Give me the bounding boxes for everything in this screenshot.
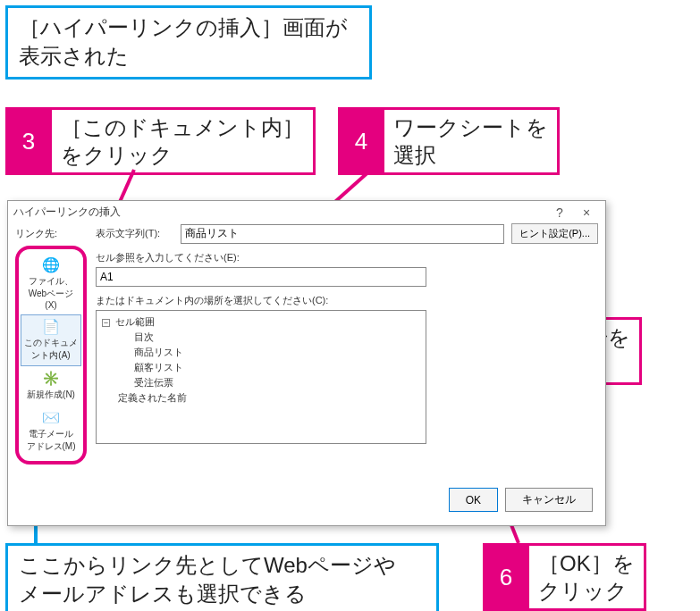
callout-other-link-types: ここからリンク先としてWebページやメールアドレスも選択できる: [5, 543, 439, 611]
link-to-label: リンク先:: [15, 223, 87, 246]
tree-item[interactable]: 顧客リスト: [102, 360, 420, 375]
callout-text: ここからリンク先としてWebページやメールアドレスも選択できる: [19, 553, 396, 606]
collapse-icon[interactable]: −: [102, 319, 110, 327]
step-number: 6: [483, 543, 529, 611]
step-text: ワークシートを選択: [384, 107, 560, 175]
tree-item[interactable]: 目次: [102, 330, 420, 345]
cell-ref-input[interactable]: [96, 267, 426, 287]
link-target-label: 電子メール アドレス(M): [27, 429, 76, 451]
tree-item-label: 目次: [134, 331, 154, 342]
tree-item[interactable]: 受注伝票: [102, 375, 420, 390]
link-target-this-document[interactable]: 📄 このドキュメント内(A): [21, 314, 81, 366]
callout-screen-displayed: ［ハイパーリンクの挿入］画面が表示された: [5, 5, 372, 80]
tree-group-cellrange[interactable]: − セル範囲: [102, 314, 420, 330]
step-text: ［このドキュメント内］をクリック: [52, 107, 316, 175]
dialog-title: ハイパーリンクの挿入: [13, 205, 546, 220]
link-target-panel: 🌐 ファイル、Webページ(X) 📄 このドキュメント内(A) ✳️ 新規作成(…: [15, 246, 87, 465]
location-tree[interactable]: − セル範囲 目次 商品リスト 顧客リスト 受注伝票 定義された名前: [96, 310, 426, 444]
step-number: 4: [338, 107, 384, 175]
link-target-email[interactable]: ✉️ 電子メール アドレス(M): [21, 406, 81, 457]
link-target-label: ファイル、Webページ(X): [29, 276, 73, 310]
link-target-web[interactable]: 🌐 ファイル、Webページ(X): [21, 253, 81, 314]
tree-item-label: 顧客リスト: [134, 362, 183, 372]
tree-group-label: セル範囲: [115, 316, 155, 327]
new-doc-icon: ✳️: [41, 371, 61, 387]
help-icon[interactable]: ?: [546, 205, 573, 220]
tree-item[interactable]: 商品リスト: [102, 345, 420, 360]
callout-step-4: 4 ワークシートを選択: [338, 107, 560, 175]
link-target-label: このドキュメント内(A): [24, 338, 78, 360]
close-icon[interactable]: ×: [573, 205, 600, 220]
tree-label: またはドキュメント内の場所を選択してください(C):: [96, 294, 598, 307]
globe-page-icon: 🌐: [41, 257, 61, 273]
mail-icon: ✉️: [41, 410, 61, 426]
display-text-input[interactable]: [181, 224, 504, 244]
insert-hyperlink-dialog: ハイパーリンクの挿入 ? × リンク先: 🌐 ファイル、Webページ(X) 📄 …: [7, 200, 606, 526]
cancel-button[interactable]: キャンセル: [505, 488, 593, 512]
ok-button[interactable]: OK: [449, 488, 498, 512]
callout-text: ［ハイパーリンクの挿入］画面が表示された: [19, 15, 348, 68]
cell-ref-label: セル参照を入力してください(E):: [96, 251, 598, 264]
step-number: 3: [5, 107, 52, 175]
dialog-titlebar: ハイパーリンクの挿入 ? ×: [8, 201, 605, 223]
callout-step-6: 6 ［OK］をクリック: [483, 543, 646, 611]
tree-item-label: 受注伝票: [134, 377, 173, 388]
display-text-label: 表示文字列(T):: [96, 227, 181, 240]
callout-step-3: 3 ［このドキュメント内］をクリック: [5, 107, 316, 175]
screen-tip-button[interactable]: ヒント設定(P)...: [511, 223, 598, 244]
document-icon: 📄: [41, 319, 61, 335]
tree-group-defined-names[interactable]: 定義された名前: [102, 390, 420, 406]
tree-group-label: 定義された名前: [118, 392, 187, 403]
tree-item-label: 商品リスト: [134, 347, 183, 357]
link-target-label: 新規作成(N): [27, 389, 75, 399]
step-text: ［OK］をクリック: [529, 543, 646, 611]
link-target-new[interactable]: ✳️ 新規作成(N): [21, 366, 81, 406]
